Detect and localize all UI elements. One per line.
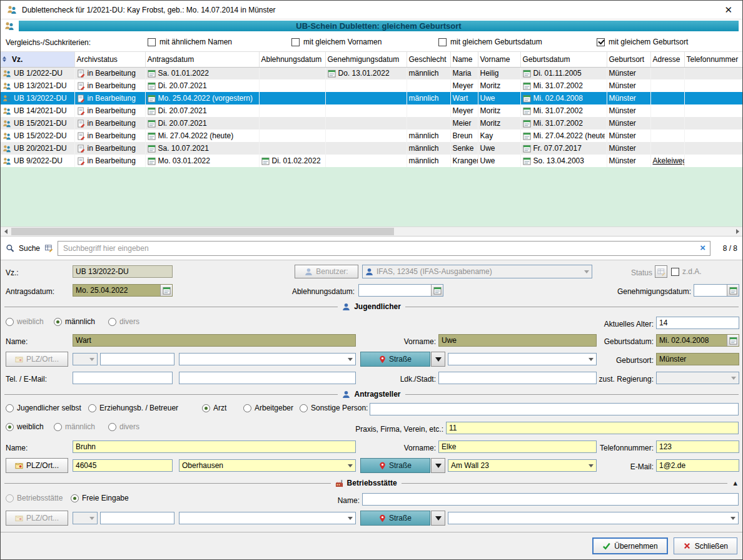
zda-checkbox[interactable]: z.d.A. [671,267,702,277]
geburtsdatum-field[interactable]: Mi. 02.04.2008 [656,334,739,347]
column-header-ablehnungsdatum[interactable]: Ablehnungsdatum [259,52,325,67]
scroll-left-icon [4,229,8,234]
scroll-left-button[interactable] [1,227,11,236]
calendar-button[interactable] [727,285,739,296]
checkbox-same-birthplace[interactable]: mit gleichem Geburtsort [597,38,688,46]
strasse-button[interactable]: Straße [360,352,430,367]
column-header-adresse[interactable]: Adresse [650,52,684,67]
radio-typ-arbeitgeber[interactable]: Arbeitgeber [243,403,293,413]
column-header-vorname[interactable]: Vorname [478,52,520,67]
radio-typ-erziehungsberechtigter[interactable]: Erziehungsb. / Betreuer [88,403,178,413]
calendar-button[interactable] [727,335,739,346]
table-row[interactable]: UB 14/2021-DU in Bearbeitung Di. 20.07.2… [1,104,743,117]
tel-field[interactable] [73,372,173,384]
table-row[interactable]: UB 15/2021-DU in Bearbeitung Di. 20.07.2… [1,117,743,130]
radio-antragsteller-weiblich[interactable]: weiblich [6,422,44,432]
alter-field[interactable]: 14 [656,317,739,329]
checkbox-similar-name[interactable]: mit ähnlichem Namen [148,38,232,46]
radio-typ-jugendlicher-selbst[interactable]: Jugendlicher selbst [6,403,81,413]
strasse-dropdown[interactable] [448,353,597,365]
radio-jugendlicher-weiblich[interactable]: weiblich [6,317,44,327]
column-header-vz[interactable]: Vz. [1,52,74,67]
column-header-telefonnummer[interactable]: Telefonnummer [684,52,743,67]
antragsteller-name-field[interactable]: Bruhn [73,440,356,453]
ablehnungsdatum-field[interactable] [358,284,443,297]
geburtsort-field[interactable]: Münster [656,353,739,365]
antragsteller-vorname-field[interactable]: Elke [438,440,597,453]
antragsteller-ort-dropdown[interactable]: Oberhausen [179,459,356,472]
column-header-antragsdatum[interactable]: Antragsdatum [145,52,259,67]
ort-dropdown[interactable] [179,353,356,365]
table-row-selected[interactable]: UB 13/2022-DU in Bearbeitung Mo. 25.04.2… [1,92,743,104]
table-row[interactable]: UB 20/2021-DU in Bearbeitung Sa. 10.07.2… [1,142,743,155]
column-header-name[interactable]: Name [450,52,478,67]
strasse-dropdown-button[interactable] [431,458,445,473]
betriebsstaette-name-field[interactable] [362,493,739,506]
radio-jugendlicher-divers[interactable]: divers [108,317,139,327]
table-row[interactable]: UB 13/2021-DU in Bearbeitung Di. 20.07.2… [1,79,743,92]
search-clear-icon[interactable]: × [700,242,705,253]
email-field[interactable] [179,372,356,384]
radio-dot [88,404,96,412]
column-header-archivstatus[interactable]: Archivstatus [74,52,145,67]
collapse-section-icon[interactable]: ▲ [732,479,739,487]
table-row[interactable]: UB 1/2022-DU in Bearbeitung Sa. 01.01.20… [1,67,743,79]
betriebsstaette-plz-field[interactable] [100,512,174,524]
plz-field[interactable] [100,353,174,365]
plz-ort-icon [15,514,23,522]
scrollbar-thumb[interactable] [11,228,394,235]
antragsteller-strasse-dropdown[interactable]: Am Wall 23 [448,459,597,472]
table-row[interactable]: UB 9/2022-DU in Bearbeitung Mo. 03.01.20… [1,155,743,167]
betriebsstaette-ort-dropdown[interactable] [179,512,356,524]
calendar-icon [148,107,156,115]
radio-antragsteller-maennlich[interactable]: männlich [54,422,95,432]
calendar-button[interactable] [431,285,443,296]
radio-antragsteller-divers[interactable]: divers [108,422,139,432]
strasse-button[interactable]: Straße [360,458,430,473]
calendar-icon [523,94,531,103]
table-row[interactable]: UB 15/2022-DU in Bearbeitung Mi. 27.04.2… [1,130,743,142]
radio-betriebsstaette[interactable]: Betriebsstätte [6,493,63,503]
chevron-down-icon [435,516,442,521]
telefonnummer-field[interactable]: 123 [656,440,739,453]
plz-prefix-dropdown [73,512,98,524]
column-header-geschlecht[interactable]: Geschlecht [407,52,450,67]
adresse-link[interactable]: Akeleiweg [653,156,685,165]
plz-ort-button[interactable]: PLZ/Ort... [6,458,68,473]
column-header-geburtsdatum[interactable]: Geburtsdatum [520,52,607,67]
radio-typ-arzt[interactable]: Arzt [202,403,226,413]
scroll-right-button[interactable] [732,227,742,236]
horizontal-scrollbar[interactable] [1,227,742,237]
table-empty-area [1,167,742,227]
strasse-dropdown-button[interactable] [431,352,445,367]
search-input[interactable] [58,241,710,256]
radio-typ-sonstige-person[interactable]: Sonstige Person: [300,403,368,413]
strasse-dropdown-button[interactable] [431,511,445,526]
radio-freie-eingabe[interactable]: Freie Eingabe [71,493,129,503]
name-field[interactable]: Wart [73,334,356,347]
antragsdatum-field[interactable]: Mo. 25.04.2022 [73,284,173,297]
vorname-field[interactable]: Uwe [438,334,597,347]
uebernehmen-button[interactable]: Übernehmen [592,537,667,554]
column-header-genehmigungsdatum[interactable]: Genehmigungsdatum [325,52,407,67]
column-header-geburtsort[interactable]: Geburtsort [607,52,650,67]
chevron-down-icon [584,270,589,273]
close-button[interactable]: ✕ [720,4,736,16]
checkbox-same-birthdate[interactable]: mit gleichem Geburtsdatum [438,38,542,46]
search-options-icon[interactable] [44,244,53,252]
antragsteller-plz-field[interactable]: 46045 [73,459,173,472]
radio-jugendlicher-maennlich[interactable]: männlich [54,317,95,327]
benutzer-button: Benutzer: [295,265,358,278]
sonstige-person-field[interactable] [370,403,739,415]
praxis-field[interactable]: 11 [446,422,739,434]
ldk-stadt-field[interactable] [438,372,597,384]
antragsteller-email-field[interactable]: 1@2.de [656,459,739,472]
schliessen-button[interactable]: Schließen [674,537,737,554]
calendar-button[interactable] [160,285,172,296]
strasse-button[interactable]: Straße [360,511,430,526]
betriebsstaette-strasse-dropdown[interactable] [448,512,739,524]
vz-field[interactable]: UB 13/2022-DU [73,265,173,278]
checkbox-same-firstname[interactable]: mit gleichem Vornamen [291,38,382,46]
radio-dot [300,404,308,412]
genehmigungsdatum-field[interactable] [694,284,739,297]
